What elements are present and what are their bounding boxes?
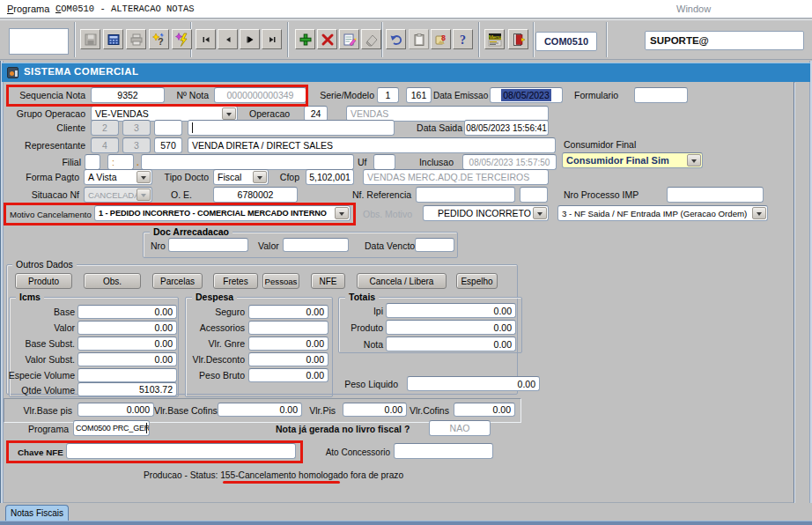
cliente-desc-field[interactable] [188, 120, 395, 136]
chevron-down-icon[interactable] [222, 107, 236, 120]
delete-record-button[interactable] [317, 29, 337, 49]
forma-pagto-combo[interactable]: A Vista [84, 169, 152, 185]
clipboard-button[interactable] [409, 29, 429, 49]
totais-produto-field[interactable]: 0.00 [386, 320, 516, 335]
cancela-libera-button[interactable]: Cancela / Libera [357, 273, 447, 289]
calculator-button[interactable] [103, 29, 123, 49]
nfe-button[interactable]: NFE [311, 273, 345, 289]
pessoas-button[interactable]: Pessoas [262, 273, 299, 289]
inclusao-field[interactable]: 08/05/2023 15:57:50 [462, 154, 557, 170]
oe-field[interactable]: 6780002 [213, 187, 298, 203]
nav-next-button[interactable] [240, 29, 260, 49]
formulario-field[interactable] [634, 87, 688, 103]
peso-bruto-field[interactable]: 0.00 [248, 368, 328, 382]
filial-field-1[interactable] [85, 154, 100, 170]
wizard-help-button[interactable]: ? [149, 29, 169, 49]
lov-button[interactable]: 8 [431, 29, 451, 49]
programa-field[interactable]: COM0500 PRC_GERA [73, 420, 150, 436]
icms-valor-subst-field[interactable]: 0.00 [78, 352, 177, 366]
ato-concessorio-field[interactable] [394, 443, 493, 459]
espelho-button[interactable]: Espelho [456, 273, 498, 289]
acessorios-field[interactable] [248, 321, 328, 335]
nf-referencia-field[interactable] [416, 187, 515, 203]
print-button[interactable] [126, 29, 146, 49]
serie-field[interactable]: 1 [377, 87, 399, 103]
produto-button[interactable]: Produto [15, 273, 72, 289]
wizard-help-icon: ? [152, 33, 166, 47]
tab-notas-fiscais[interactable]: Notas Fiscais [5, 505, 69, 521]
help-button[interactable]: ? [453, 29, 473, 49]
chevron-down-icon[interactable] [687, 154, 701, 166]
ipi-field[interactable]: 0.00 [386, 303, 516, 318]
obs-motivo-combo[interactable]: PEDIDO INCORRETO [423, 205, 549, 221]
obs-button[interactable]: Obs. [84, 273, 141, 289]
menu-window[interactable]: Window [676, 4, 711, 15]
chevron-down-icon[interactable] [752, 207, 766, 219]
chevron-down-icon[interactable] [137, 171, 151, 183]
nf-referencia-field-2[interactable] [520, 187, 548, 203]
vlr-cofins-field[interactable]: 0.00 [454, 403, 515, 417]
modelo-field[interactable]: 161 [406, 87, 432, 103]
uf-field[interactable] [373, 154, 395, 170]
vlr-gnre-field[interactable]: 0.00 [248, 336, 328, 351]
vlr-gnre-label: Vlr. Gnre [187, 338, 245, 350]
data-emissao-field[interactable]: 08/05/2023 [490, 87, 563, 103]
doc-valor-field[interactable] [283, 238, 349, 252]
peso-liquido-field[interactable]: 0.00 [407, 376, 540, 391]
data-saida-field[interactable]: 08/05/2023 15:56:41 [464, 120, 549, 136]
consumidor-final-combo[interactable]: Consumidor Final Sim [562, 152, 703, 168]
vlr-base-cofins-field[interactable]: 0.00 [218, 403, 302, 417]
chevron-down-icon[interactable] [253, 171, 267, 183]
vlr-pis-field[interactable]: 0.00 [343, 403, 407, 417]
icms-base-subst-field[interactable]: 0.00 [78, 336, 177, 351]
parcelas-button[interactable]: Parcelas [152, 273, 203, 289]
nav-prev-button[interactable] [218, 29, 238, 49]
cliente-field-2[interactable]: 3 [122, 120, 151, 136]
tipo-geracao-combo[interactable]: 3 - NF Saida / NF Entrada IMP (Geracao O… [557, 205, 768, 221]
doc-nro-field[interactable] [168, 238, 248, 252]
vlr-base-pis-field[interactable]: 0.000 [78, 403, 154, 417]
query-button[interactable] [339, 29, 359, 49]
svg-text:8: 8 [441, 33, 446, 42]
doc-vencto-field[interactable] [415, 238, 454, 252]
vlr-desconto-field[interactable]: 0.00 [248, 352, 328, 366]
undo-button[interactable] [386, 29, 406, 49]
filial-field-2[interactable]: : [107, 154, 134, 170]
cliente-field-3[interactable] [154, 120, 182, 136]
menu-button[interactable]: Menu [484, 29, 505, 49]
totais-nota-field[interactable]: 0.00 [386, 336, 516, 351]
nf-referencia-label: Nf. Referencia [352, 189, 409, 201]
tipo-docto-combo[interactable]: Fiscal [213, 169, 269, 185]
execute-button[interactable] [172, 29, 192, 49]
filial-desc-field[interactable] [141, 154, 354, 170]
programa-label: Programa [6, 424, 69, 435]
icms-title: Icms [16, 292, 44, 303]
especie-volume-field[interactable] [78, 368, 177, 382]
chevron-down-icon[interactable] [533, 207, 547, 219]
nav-prev-icon [223, 34, 233, 45]
fretes-button[interactable]: Fretes [213, 273, 258, 289]
situacao-nf-combo[interactable]: CANCELADA [84, 187, 152, 203]
icms-base-field[interactable]: 0.00 [78, 305, 177, 319]
representante-desc-field[interactable]: VENDA DIRETA / DIRECT SALES [188, 137, 556, 153]
representante-field-3[interactable]: 570 [154, 137, 182, 153]
seguro-field[interactable]: 0.00 [248, 305, 328, 319]
cfop-field[interactable]: 5,102,001 [306, 169, 354, 185]
cliente-field-1[interactable]: 2 [91, 120, 119, 136]
save-button[interactable] [80, 29, 100, 49]
representante-field-2[interactable]: 3 [122, 137, 151, 153]
cfop-desc-field[interactable]: VENDAS MERC.ADQ.DE TERCEIROS [363, 169, 549, 185]
representante-field-1[interactable]: 4 [91, 137, 119, 153]
clear-record-button[interactable] [361, 29, 381, 49]
nota-gerada-field[interactable]: NAO [429, 420, 491, 436]
exit-button[interactable] [508, 29, 528, 49]
qtde-volume-field[interactable]: 5103.72 [78, 382, 177, 396]
insert-record-button[interactable] [295, 29, 315, 49]
nav-first-button[interactable] [196, 29, 216, 49]
vlr-base-cofins-label: Vlr.Base Cofins [154, 405, 213, 417]
menu-programa[interactable]: Programa [7, 4, 49, 15]
icms-valor-field[interactable]: 0.00 [78, 321, 177, 335]
nro-processo-imp-field[interactable] [667, 187, 764, 203]
nav-last-button[interactable] [262, 29, 282, 49]
operacao-label: Operacao [249, 108, 290, 120]
